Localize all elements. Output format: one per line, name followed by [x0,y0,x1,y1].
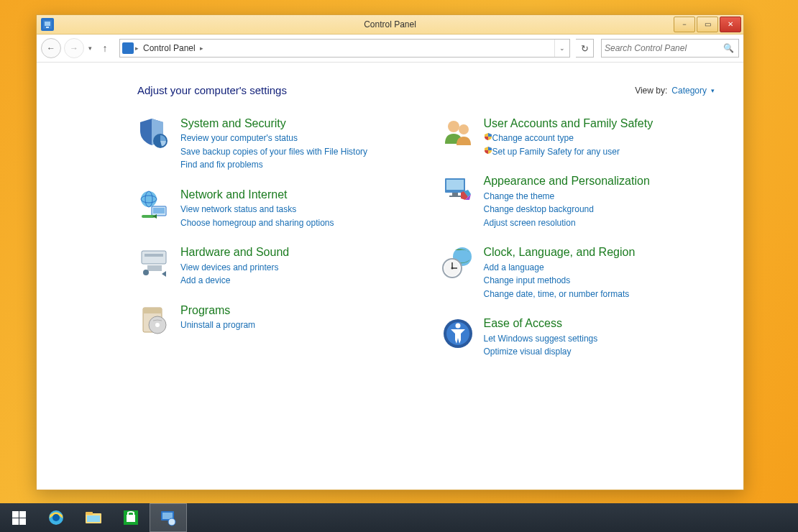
user-accounts-icon[interactable] [441,116,475,151]
refresh-button[interactable]: ↻ [576,39,594,58]
category-link[interactable]: Change the theme [484,190,650,203]
category-link[interactable]: Change desktop background [484,203,650,216]
category-item: Appearance and PersonalizationChange the… [441,174,715,229]
svg-point-4 [141,191,157,207]
svg-rect-37 [87,515,100,522]
category-link[interactable]: Uninstall a program [180,318,255,332]
taskbar-file-explorer[interactable] [75,503,112,532]
svg-rect-15 [143,308,162,313]
category-title[interactable]: Ease of Access [484,316,598,330]
svg-point-34 [52,514,60,521]
programs-icon[interactable] [137,303,172,338]
svg-rect-39 [127,515,135,522]
content-area: Adjust your computer's settings View by:… [37,63,743,490]
svg-rect-11 [145,254,163,257]
category-title[interactable]: Network and Internet [180,188,334,201]
category-column-right: User Accounts and Family SafetyChange ac… [441,116,715,375]
start-button[interactable] [0,503,37,532]
svg-rect-36 [86,512,93,515]
category-link[interactable]: View network status and tasks [180,203,334,216]
ease-of-access-icon[interactable] [441,316,475,351]
forward-button[interactable]: → [64,38,84,58]
chevron-down-icon[interactable]: ▾ [711,87,715,94]
svg-rect-12 [147,265,162,271]
category-link[interactable]: Optimize visual display [484,345,598,359]
minimize-button[interactable]: － [674,17,695,32]
category-link[interactable]: Change date, time, or number formats [484,288,636,301]
appearance-icon[interactable] [441,174,475,208]
category-item: ProgramsUninstall a program [137,303,412,338]
svg-rect-22 [452,193,458,196]
category-link[interactable]: View devices and printers [180,261,289,275]
view-by-label: View by: [635,86,667,96]
category-link[interactable]: Add a device [180,274,289,288]
view-by-mode[interactable]: Category [671,86,707,96]
clock-language-icon[interactable] [441,245,475,280]
category-link[interactable]: Let Windows suggest settings [484,332,598,346]
category-title[interactable]: Hardware and Sound [180,245,289,259]
category-item: Network and InternetView network status … [137,188,412,229]
category-link[interactable]: Add a language [484,261,636,275]
svg-rect-8 [153,208,165,214]
taskbar-internet-explorer[interactable] [37,503,75,532]
category-link[interactable]: Choose homegroup and sharing options [180,216,334,230]
svg-point-32 [455,324,460,329]
back-button[interactable]: ← [41,38,61,58]
system-security-icon[interactable] [137,116,172,151]
search-input[interactable] [602,42,719,54]
address-icon [122,42,134,54]
category-title[interactable]: System and Security [180,116,367,130]
chevron-right-icon[interactable]: ▸ [198,45,205,52]
search-box[interactable]: 🔍 [601,39,739,58]
link-text: Change account type [492,133,574,143]
category-title[interactable]: Appearance and Personalization [484,174,650,188]
category-item: Ease of AccessLet Windows suggest settin… [441,316,715,358]
category-item: User Accounts and Family SafetyChange ac… [441,116,715,158]
category-link[interactable]: Adjust screen resolution [484,216,650,230]
category-link[interactable]: Set up Family Safety for any user [484,145,653,159]
address-bar[interactable]: ▸ Control Panel ▸ ⌄ [119,39,570,58]
taskbar[interactable] [0,503,798,532]
history-dropdown-icon[interactable]: ▾ [87,45,93,52]
svg-point-13 [143,270,149,275]
svg-point-42 [168,518,175,526]
category-link[interactable]: Review your computer's status [180,132,367,145]
taskbar-store[interactable] [112,503,150,532]
maximize-button[interactable]: ▭ [697,17,718,32]
window-title: Control Panel [37,19,743,29]
svg-rect-10 [142,251,166,264]
svg-rect-23 [449,196,461,197]
category-link[interactable]: Save backup copies of your files with Fi… [180,145,367,159]
chevron-right-icon[interactable]: ▸ [134,45,140,52]
address-dropdown-icon[interactable]: ⌄ [554,40,569,57]
svg-rect-21 [446,180,464,190]
up-button[interactable]: ↑ [96,40,114,57]
svg-point-17 [155,323,160,327]
category-item: Clock, Language, and RegionAdd a languag… [441,245,715,301]
view-by: View by: Category ▾ [635,86,715,96]
control-panel-window: Control Panel － ▭ ✕ ← → ▾ ↑ ▸ Control Pa… [36,14,744,490]
navigation-bar: ← → ▾ ↑ ▸ Control Panel ▸ ⌄ ↻ 🔍 [37,35,743,63]
title-bar[interactable]: Control Panel － ▭ ✕ [37,15,743,35]
category-item: System and SecurityReview your computer'… [137,116,412,172]
page-title: Adjust your computer's settings [137,84,287,96]
search-icon[interactable]: 🔍 [719,43,738,53]
svg-rect-1 [45,22,50,26]
svg-point-18 [448,121,459,132]
link-text: Set up Family Safety for any user [492,147,620,157]
network-internet-icon[interactable] [137,188,172,222]
category-link[interactable]: Find and fix problems [180,158,367,172]
taskbar-control-panel[interactable] [150,503,187,532]
svg-point-29 [451,267,453,270]
category-title[interactable]: User Accounts and Family Safety [484,116,653,130]
category-item: Hardware and SoundView devices and print… [137,245,412,287]
category-title[interactable]: Clock, Language, and Region [484,245,636,259]
category-column-left: System and SecurityReview your computer'… [137,116,412,375]
svg-rect-2 [46,27,49,28]
close-button[interactable]: ✕ [720,17,741,32]
category-title[interactable]: Programs [180,303,255,317]
breadcrumb-control-panel[interactable]: Control Panel [140,43,198,53]
category-link[interactable]: Change input methods [484,274,636,288]
hardware-sound-icon[interactable] [137,245,172,280]
category-link[interactable]: Change account type [484,132,653,145]
